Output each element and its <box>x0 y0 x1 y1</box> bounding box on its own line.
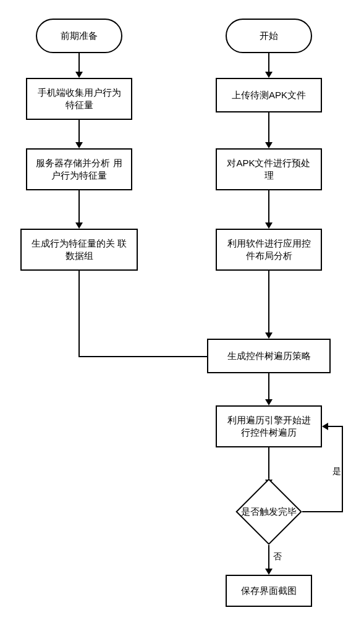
arrow-l3-r4-v <box>78 271 80 356</box>
arrow-l1-l2 <box>78 120 80 142</box>
main-step3: 利用软件进行应用控 件布局分析 <box>216 229 322 271</box>
prep-start-terminal: 前期准备 <box>36 19 122 53</box>
main-step4: 生成控件树遍历策略 <box>207 339 331 373</box>
arrow-l2-l3 <box>78 190 80 222</box>
main-end: 保存界面截图 <box>226 575 312 607</box>
main-step1: 上传待测APK文件 <box>216 78 322 112</box>
main-step1-label: 上传待测APK文件 <box>232 89 306 101</box>
arrow-r1-r2 <box>268 112 269 142</box>
prep-step3: 生成行为特征量的关 联数据组 <box>20 229 138 271</box>
arrowhead-r3-r4 <box>265 332 273 339</box>
arrowhead-r1-r2 <box>265 142 273 148</box>
arrowhead-r2-r3 <box>265 222 273 229</box>
arrow-l0-l1 <box>78 53 80 72</box>
main-start-terminal: 开始 <box>226 19 312 53</box>
arrow-l3-r4-h <box>78 356 207 357</box>
arrow-yes-h2 <box>328 426 343 427</box>
main-step5: 利用遍历引擎开始进 行控件树遍历 <box>216 405 322 447</box>
arrow-no <box>268 545 269 569</box>
arrowhead-l2-l3 <box>75 222 83 229</box>
arrowhead-l1-l2 <box>75 142 83 148</box>
main-step2: 对APK文件进行预处 理 <box>216 148 322 190</box>
arrowhead-r0-r1 <box>265 72 273 78</box>
main-step2-label: 对APK文件进行预处 理 <box>223 157 315 182</box>
main-step3-label: 利用软件进行应用控 件布局分析 <box>223 237 315 263</box>
main-end-label: 保存界面截图 <box>241 585 297 597</box>
arrowhead-r4-r5 <box>265 399 273 405</box>
prep-step1: 手机端收集用户行为 特征量 <box>26 78 132 120</box>
main-start-label: 开始 <box>260 30 278 42</box>
prep-step2: 服务器存储并分析 用户行为特征量 <box>26 148 132 190</box>
arrowhead-l0-l1 <box>75 72 83 78</box>
arrowhead-yes <box>322 423 328 430</box>
prep-step3-label: 生成行为特征量的关 联数据组 <box>28 237 130 263</box>
arrowhead-no <box>265 569 273 575</box>
prep-start-label: 前期准备 <box>61 30 98 42</box>
main-step4-label: 生成控件树遍历策略 <box>227 350 311 362</box>
arrow-r3-r4 <box>268 271 269 332</box>
decision-label: 是否触发完毕 <box>241 506 297 518</box>
arrow-yes-v <box>342 426 343 512</box>
edge-label-yes: 是 <box>332 466 341 477</box>
decision-label-wrap: 是否触发完毕 <box>229 501 309 523</box>
arrow-r2-r3 <box>268 190 269 222</box>
arrow-r5-r6 <box>268 447 269 480</box>
prep-step2-label: 服务器存储并分析 用户行为特征量 <box>33 157 125 182</box>
main-step5-label: 利用遍历引擎开始进 行控件树遍历 <box>223 414 315 439</box>
arrow-r4-r5 <box>268 373 269 399</box>
arrow-r0-r1 <box>268 53 269 72</box>
prep-step1-label: 手机端收集用户行为 特征量 <box>33 87 125 112</box>
edge-label-no: 否 <box>273 551 282 562</box>
arrow-yes-h1 <box>302 511 343 512</box>
